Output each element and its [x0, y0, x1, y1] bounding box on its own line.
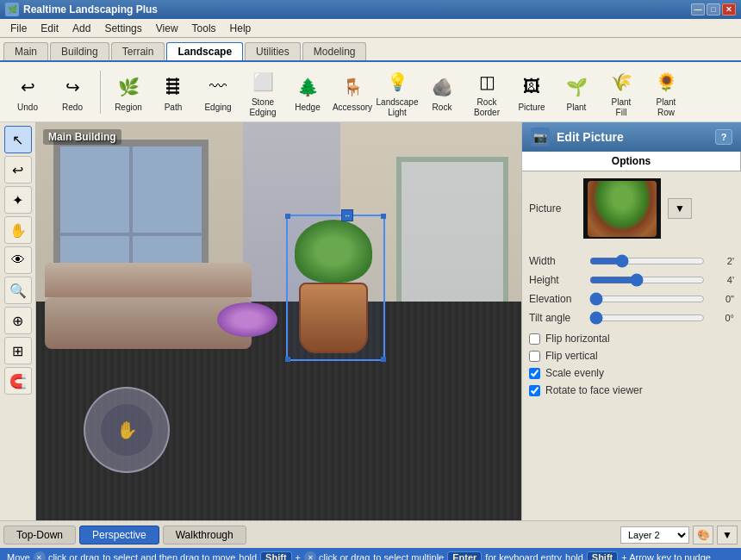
panel-tab-options[interactable]: Options: [522, 152, 741, 171]
height-row: Height 4': [522, 273, 741, 287]
canvas-area[interactable]: ↔ ✋ Main Building: [36, 122, 521, 520]
tool-undo[interactable]: ↩ Undo: [7, 70, 48, 115]
tool-picture[interactable]: 🖼 Picture: [511, 70, 552, 115]
rock-border-icon: ◫: [471, 66, 502, 97]
plant-pot[interactable]: [290, 215, 377, 353]
scale-evenly-checkbox[interactable]: [529, 368, 540, 379]
bottom-bar: Top-Down Perspective Walkthrough Layer 2…: [0, 520, 741, 548]
maximize-button[interactable]: □: [707, 3, 720, 16]
flip-horizontal-checkbox[interactable]: [529, 333, 540, 345]
layer-selector[interactable]: Layer 2 Layer 1 Layer 3: [620, 526, 689, 544]
menu-add[interactable]: Add: [65, 21, 97, 36]
tab-building[interactable]: Building: [50, 42, 109, 60]
edging-icon: 〰: [202, 72, 234, 103]
menu-file[interactable]: File: [3, 21, 34, 36]
status-keyboard: for keyboard entry: [485, 552, 562, 560]
rock-icon: 🪨: [427, 72, 458, 103]
tab-modeling[interactable]: Modeling: [302, 42, 367, 60]
stone-edging-icon: ⬜: [247, 66, 278, 97]
status-click-drag-1: ✕ click or drag: [34, 551, 99, 560]
tool-accessory[interactable]: 🪑 Accessory: [332, 70, 373, 115]
tab-utilities[interactable]: Utilities: [245, 42, 301, 60]
left-tool-hand[interactable]: ✋: [4, 216, 32, 244]
status-select-multiple: to select multiple: [373, 552, 444, 560]
tool-rock[interactable]: 🪨 Rock: [421, 70, 463, 115]
flip-vertical-checkbox[interactable]: [529, 351, 540, 362]
couch-back: [45, 263, 252, 297]
left-tool-zoom[interactable]: 🔍: [4, 277, 32, 304]
tool-undo-label: Undo: [17, 103, 38, 113]
elevation-slider-wrap: [589, 292, 705, 306]
path-icon: 🛤: [158, 72, 189, 103]
left-tool-undo[interactable]: ↩: [4, 156, 32, 184]
left-tool-grid[interactable]: ⊞: [4, 337, 32, 364]
tab-main[interactable]: Main: [3, 42, 48, 60]
rotate-viewer-checkbox[interactable]: [529, 385, 540, 396]
tool-region-label: Region: [115, 103, 142, 113]
landscape-light-icon: 💡: [382, 66, 413, 97]
tool-plant-fill[interactable]: 🌾 PlantFill: [601, 65, 642, 120]
tool-hedge[interactable]: 🌲 Hedge: [287, 70, 328, 115]
window-pane-tr: [133, 146, 202, 233]
tool-hedge-label: Hedge: [295, 103, 320, 113]
height-slider[interactable]: [589, 273, 705, 287]
picture-label: Picture: [529, 202, 576, 215]
tool-region[interactable]: 🌿 Region: [108, 70, 149, 115]
layer-paint-button[interactable]: 🎨: [693, 526, 713, 544]
rotate-viewer-label: Rotate to face viewer: [545, 384, 643, 396]
main-building-label: Main Building: [43, 129, 121, 145]
left-tool-magnet[interactable]: 🧲: [4, 367, 32, 395]
tool-edging[interactable]: 〰 Edging: [197, 70, 239, 115]
tool-redo[interactable]: ↪ Redo: [52, 70, 93, 115]
minimize-button[interactable]: —: [691, 3, 705, 16]
plant-foliage: [295, 220, 372, 283]
panel-help-button[interactable]: ?: [715, 129, 732, 145]
separator-1: [100, 71, 101, 114]
status-move: Move: [7, 552, 30, 560]
tool-plant[interactable]: 🌱 Plant: [556, 70, 597, 115]
tilt-row: Tilt angle 0°: [522, 311, 741, 325]
tab-landscape[interactable]: Landscape: [166, 42, 243, 60]
tool-path[interactable]: 🛤 Path: [153, 70, 194, 115]
menu-settings[interactable]: Settings: [97, 21, 148, 36]
left-tool-eye[interactable]: 👁: [4, 246, 32, 274]
click-drag-icon-1: ✕: [34, 551, 46, 560]
width-value: 2': [708, 256, 734, 266]
tool-edging-label: Edging: [204, 103, 231, 113]
menu-tools[interactable]: Tools: [185, 21, 223, 36]
redo-icon: ↪: [57, 72, 88, 103]
view-tab-perspective[interactable]: Perspective: [79, 526, 159, 544]
menu-help[interactable]: Help: [223, 21, 258, 36]
tilt-value: 0°: [708, 313, 734, 323]
tilt-slider[interactable]: [589, 311, 705, 325]
close-button[interactable]: ✕: [722, 3, 736, 16]
picture-dropdown-button[interactable]: ▼: [668, 198, 692, 219]
menu-bar: File Edit Add Settings View Tools Help: [0, 19, 741, 38]
tool-plant-row[interactable]: 🌻 PlantRow: [645, 65, 687, 120]
picture-row: Picture ▼: [529, 178, 734, 239]
nav-compass[interactable]: ✋: [84, 387, 170, 473]
tool-stone-edging[interactable]: ⬜ StoneEdging: [242, 65, 283, 120]
width-slider[interactable]: [589, 254, 705, 268]
menu-view[interactable]: View: [149, 21, 185, 36]
view-tab-walkthrough[interactable]: Walkthrough: [163, 526, 246, 544]
elevation-slider[interactable]: [589, 292, 705, 306]
view-tab-topdown[interactable]: Top-Down: [3, 526, 76, 544]
scale-evenly-label: Scale evenly: [545, 367, 604, 379]
panel-camera-icon: 📷: [531, 128, 550, 146]
layer-settings-button[interactable]: ▼: [717, 526, 738, 544]
tool-rock-border[interactable]: ◫ RockBorder: [466, 65, 507, 120]
status-enter-key: Enter: [447, 551, 482, 560]
tool-landscape-light[interactable]: 💡 LandscapeLight: [377, 65, 418, 120]
tab-terrain[interactable]: Terrain: [111, 42, 165, 60]
title-bar: 🌿 Realtime Landscaping Plus — □ ✕: [0, 0, 741, 19]
left-toolbar: ↖ ↩ ✦ ✋ 👁 🔍 ⊕ ⊞ 🧲: [0, 122, 36, 520]
flip-vertical-label: Flip vertical: [545, 350, 598, 362]
left-tool-crop[interactable]: ⊕: [4, 307, 32, 334]
left-tool-wand[interactable]: ✦: [4, 186, 32, 214]
app-title: Realtime Landscaping Plus: [23, 3, 691, 16]
status-bar: Move ✕ click or drag to select and then …: [0, 548, 741, 560]
left-tool-select[interactable]: ↖: [4, 126, 32, 153]
flip-horizontal-row: Flip horizontal: [522, 330, 741, 347]
menu-edit[interactable]: Edit: [34, 21, 65, 36]
